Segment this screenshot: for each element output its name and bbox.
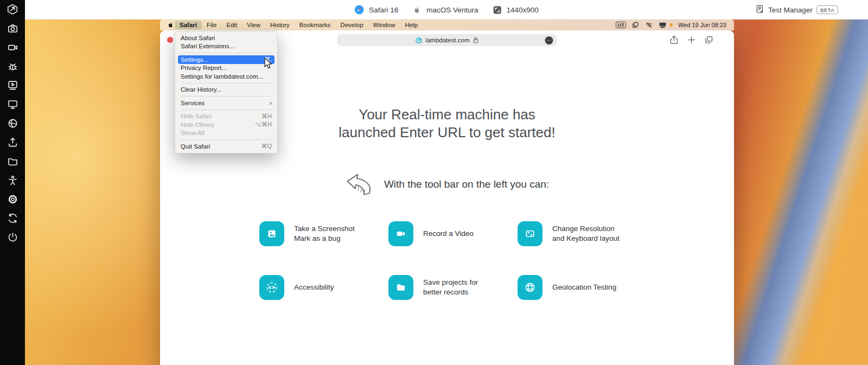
session-info: Safari 16 macOS Ventura 1440x900 xyxy=(354,0,539,20)
apple-logo-icon xyxy=(413,6,420,14)
lock-icon xyxy=(473,37,479,43)
mark-bug-icon[interactable] xyxy=(7,60,18,72)
feature-save-projects: Save projects forbetter records xyxy=(388,275,518,300)
address-bar[interactable]: lambdatest.com ... xyxy=(337,34,557,46)
globe-icon[interactable] xyxy=(518,275,542,300)
menu-view[interactable]: View xyxy=(242,21,265,29)
resolution-label: 1440x900 xyxy=(507,6,539,14)
menu-item-privacy-report[interactable]: Privacy Report... xyxy=(175,64,277,73)
menu-separator xyxy=(181,83,272,84)
feature-screenshot: Take a ScreenshotMark as a bug xyxy=(259,221,388,246)
feature-accessibility: Accessibility xyxy=(259,275,388,300)
menu-bar-clock[interactable]: Wed 19 Jun 08:23 xyxy=(678,22,726,28)
menu-edit[interactable]: Edit xyxy=(222,21,242,29)
menu-history[interactable]: History xyxy=(265,21,295,29)
beta-badge: BETA xyxy=(816,5,838,14)
mouse-cursor xyxy=(264,57,273,73)
geolocation-globe-icon[interactable] xyxy=(7,117,18,129)
menu-item-settings[interactable]: Settings...⌘, xyxy=(178,55,275,64)
record-video-icon[interactable] xyxy=(7,41,18,53)
upload-share-icon[interactable] xyxy=(7,136,18,148)
menu-separator xyxy=(181,110,272,110)
new-tab-icon[interactable] xyxy=(687,35,696,44)
screenshot-icon[interactable] xyxy=(259,221,284,246)
session-player-icon[interactable] xyxy=(7,79,18,91)
switch-sync-icon[interactable] xyxy=(7,212,18,224)
screenshot-camera-icon[interactable] xyxy=(7,22,18,34)
settings-gear-icon[interactable] xyxy=(7,193,18,205)
session-quick-menu-button[interactable]: ... xyxy=(545,36,553,44)
folder-icon[interactable] xyxy=(388,275,413,300)
resolution-monitor-icon[interactable] xyxy=(7,98,18,110)
close-window-button[interactable] xyxy=(167,37,173,43)
accessibility-person-icon[interactable] xyxy=(7,174,18,186)
lambdatest-favicon xyxy=(415,37,422,44)
test-manager-icon xyxy=(756,4,764,15)
menu-file[interactable]: File xyxy=(202,21,222,29)
feature-geolocation: Geolocation Testing xyxy=(518,275,647,300)
resolution-icon[interactable] xyxy=(518,221,542,246)
menu-item-quit-safari[interactable]: Quit Safari⌘Q xyxy=(175,142,277,151)
menu-item-clear-history[interactable]: Clear History... xyxy=(175,86,277,94)
vm-screen[interactable]: Safari File Edit View History Bookmarks … xyxy=(25,20,868,365)
os-label: macOS Ventura xyxy=(426,6,478,14)
menu-window[interactable]: Window xyxy=(368,21,400,29)
macos-menu-bar: Safari File Edit View History Bookmarks … xyxy=(160,20,734,30)
end-session-power-icon[interactable] xyxy=(7,231,18,243)
feature-record-video: Record a Video xyxy=(388,221,518,246)
lambdatest-logo-icon[interactable] xyxy=(7,3,18,15)
menu-develop[interactable]: Develop xyxy=(335,21,368,29)
resolution-badge-icon xyxy=(494,6,502,14)
tab-overview-icon[interactable] xyxy=(704,35,713,44)
session-top-bar: Safari 16 macOS Ventura 1440x900 Test Ma… xyxy=(25,0,868,20)
test-manager-group[interactable]: Test Manager BETA xyxy=(756,0,838,20)
left-toolbar xyxy=(0,0,25,365)
safari-browser-icon xyxy=(354,5,364,15)
url-text: lambdatest.com xyxy=(425,37,469,43)
toolbar-hint-text: With the tool bar on the left you can: xyxy=(384,178,549,190)
menu-item-about-safari[interactable]: About Safari xyxy=(175,34,277,42)
test-manager-label: Test Manager xyxy=(768,6,813,14)
menu-safari[interactable]: Safari xyxy=(175,21,202,29)
menu-item-show-all: Show All xyxy=(175,129,277,138)
menu-item-hide-others: Hide Others⌥⌘H xyxy=(175,120,277,129)
menu-bookmarks[interactable]: Bookmarks xyxy=(295,21,336,29)
video-icon[interactable] xyxy=(388,221,413,246)
project-folder-icon[interactable] xyxy=(7,155,18,167)
menu-separator xyxy=(181,53,272,53)
wifi-off-icon[interactable] xyxy=(645,21,653,29)
menu-item-hide-safari: Hide Safari⌘H xyxy=(175,112,277,121)
toolbar-hint: With the tool bar on the left you can: xyxy=(160,172,734,196)
menu-item-services[interactable]: Services xyxy=(175,99,277,107)
menu-separator xyxy=(181,96,272,97)
menu-item-settings-for-site[interactable]: Settings for lambdatest.com... xyxy=(175,72,277,81)
recording-indicator-dot xyxy=(669,23,673,27)
display-mirroring-icon[interactable] xyxy=(659,21,667,29)
menu-help[interactable]: Help xyxy=(400,21,423,29)
accessibility-icon[interactable] xyxy=(259,275,284,300)
arrow-doodle-icon xyxy=(345,172,375,196)
apple-menu-icon[interactable] xyxy=(167,21,174,29)
lambdatest-realtime-app: Safari 16 macOS Ventura 1440x900 Test Ma… xyxy=(0,0,868,365)
feature-change-resolution: Change Resolutionand Keyboard layout xyxy=(518,221,647,246)
feature-grid: Take a ScreenshotMark as a bug Record a … xyxy=(259,221,734,300)
menu-item-safari-extensions[interactable]: Safari Extensions... xyxy=(175,42,277,51)
menu-separator xyxy=(181,139,272,140)
window-switcher-icon[interactable] xyxy=(631,21,640,29)
keyboard-layout-badge[interactable]: US xyxy=(616,22,626,28)
browser-version-label: Safari 16 xyxy=(369,6,398,14)
share-icon[interactable] xyxy=(669,35,679,44)
safari-dropdown-menu: About Safari Safari Extensions... Settin… xyxy=(175,31,278,153)
